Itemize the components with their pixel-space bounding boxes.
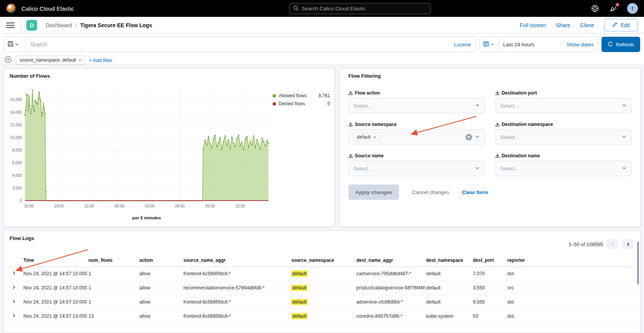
svg-text:0: 0 [20, 199, 22, 203]
svg-text:15:00: 15:00 [24, 204, 34, 208]
filter-pill-source-namespace[interactable]: source_namespace: default × [16, 56, 85, 65]
next-page-button[interactable] [622, 239, 634, 249]
query-language-button[interactable]: Lucene [454, 42, 471, 47]
menu-hamburger-icon[interactable] [6, 23, 15, 28]
legend-value: 0 [327, 101, 330, 106]
column-header-dest_namespace[interactable]: dest_namespace [425, 255, 471, 267]
table-row: Nov 24, 2021 @ 14:57:10.0001allowfronten… [9, 267, 635, 281]
cell-reporter: dst [506, 295, 635, 309]
filter-icon[interactable] [5, 56, 12, 65]
column-header-action[interactable]: action [138, 255, 182, 267]
saved-query-menu-button[interactable] [4, 37, 22, 52]
destination-namespace-select[interactable]: Select... [495, 129, 632, 145]
row-expand-button[interactable] [9, 295, 22, 309]
select-placeholder: Select... [500, 166, 619, 171]
row-expand-button[interactable] [9, 281, 22, 295]
calendar-menu-button[interactable] [479, 37, 499, 52]
user-avatar[interactable]: t [627, 3, 638, 14]
share-button[interactable]: Share [556, 22, 570, 28]
column-header-reporter[interactable]: reporter [506, 255, 635, 267]
cell-time: Nov 24, 2021 @ 14:57:10.000 [22, 295, 87, 309]
show-dates-button[interactable]: Show dates [566, 42, 593, 47]
add-filter-button[interactable]: + Add filter [89, 57, 113, 63]
cell-action: allow [138, 281, 182, 295]
clear-form-button[interactable]: Clear form [462, 189, 488, 195]
news-party-popper-icon[interactable] [609, 4, 618, 13]
remove-value-icon[interactable]: ✕ [373, 135, 376, 139]
select-placeholder: Select... [500, 134, 619, 140]
global-search-placeholder: Search Calico Cloud Elastic [302, 6, 366, 11]
query-search-input[interactable]: Search Lucene [25, 37, 476, 52]
legend-item[interactable]: Denied flows0 [273, 101, 330, 106]
flow-action-select[interactable]: Select... [348, 98, 485, 113]
time-range-value[interactable]: Last 24 hours [503, 42, 534, 47]
filter-field-label: Destination port [502, 90, 537, 96]
column-header-time[interactable]: Time [22, 255, 87, 267]
selected-value-pill[interactable]: default✕ [353, 133, 379, 141]
column-header-source_name_aggr[interactable]: source_name_aggr [182, 255, 290, 267]
cell-source_namespace: default [290, 309, 355, 323]
flow-chart: 02,0004,0006,0008,00010,00012,00014,0001… [10, 82, 274, 213]
legend-dot-icon [273, 102, 276, 106]
warning-icon: ⚠ [348, 153, 353, 158]
cell-dest_name_aggr: coredns-845757d86-* [355, 309, 425, 323]
column-header-dest_port[interactable]: dest_port [471, 255, 506, 267]
column-header-dest_name_aggr[interactable]: dest_name_aggr [355, 255, 425, 267]
warning-icon: ⚠ [495, 91, 500, 96]
edit-button[interactable]: Edit [604, 19, 638, 31]
number-of-flows-panel: Number of Flows 02,0004,0006,0008,00010,… [3, 68, 335, 227]
clear-selection-icon[interactable]: ✕ [466, 134, 472, 140]
cancel-changes-button[interactable]: Cancel changes [412, 189, 449, 195]
cell-dest_namespace: default [425, 267, 471, 281]
table-header-row: Timenum_flowsactionsource_name_aggrsourc… [9, 255, 635, 267]
full-screen-button[interactable]: Full screen [520, 22, 546, 28]
cell-dest_name_aggr: cartservice-795ddbd487-* [355, 267, 425, 281]
cell-action: allow [138, 295, 182, 309]
query-placeholder: Search [30, 41, 47, 47]
destination-port-select[interactable]: Select... [495, 98, 632, 113]
pagination: 1–50 of 108585 [569, 239, 634, 249]
filter-field-label: Source name [355, 153, 384, 158]
cell-dest_port: 9,555 [471, 295, 506, 309]
clone-button[interactable]: Clone [580, 22, 594, 28]
cell-source_name_aggr: frontend-6c5685fdc8-* [182, 309, 290, 323]
source-name-select[interactable]: Select... [348, 161, 485, 176]
flow-filtering-title: Flow Filtering [348, 73, 631, 79]
row-expand-button[interactable] [9, 267, 22, 281]
help-icon[interactable] [590, 4, 600, 13]
svg-text:18:00: 18:00 [54, 204, 64, 208]
source-namespace-select[interactable]: default✕✕ [348, 129, 485, 145]
previous-page-button[interactable] [607, 239, 618, 249]
warning-icon: ⚠ [348, 91, 353, 96]
chevron-down-icon [622, 134, 626, 140]
refresh-button[interactable]: Refresh [602, 37, 640, 52]
breadcrumb: Dashboard / Tigera Secure EE Flow Logs [46, 22, 152, 28]
legend-dot-icon [273, 94, 276, 98]
chevron-down-icon [622, 165, 626, 172]
cell-source_namespace: default [290, 267, 355, 281]
destination-name-select[interactable]: Select... [495, 161, 632, 176]
table-scrollbar[interactable] [637, 242, 639, 284]
filter-field-label: Destination namespace [502, 122, 553, 127]
legend-item[interactable]: Allowed flows8,761 [273, 93, 330, 98]
global-search-input[interactable]: Search Calico Cloud Elastic [289, 3, 431, 14]
cell-dest_name_aggr: adservice-cfcbfb88d-* [355, 295, 425, 309]
apply-changes-button[interactable]: Apply changes [348, 184, 399, 200]
chart-legend: Allowed flows8,761Denied flows0 [273, 93, 330, 106]
row-expand-button[interactable] [9, 309, 22, 323]
flow-logs-panel: Flow Logs 1–50 of 108585 Timenum_flowsac… [3, 230, 641, 333]
select-placeholder: Select... [500, 103, 619, 109]
svg-text:12:00: 12:00 [235, 204, 245, 208]
chart-panel-title: Number of Flows [10, 73, 50, 79]
breadcrumb-dashboard[interactable]: Dashboard [46, 22, 72, 28]
cell-action: allow [138, 267, 182, 281]
legend-value: 8,761 [319, 93, 330, 98]
pagination-count: 1–50 of 108585 [569, 242, 603, 247]
chevron-down-icon [15, 41, 19, 48]
flow-logs-title: Flow Logs [10, 235, 34, 241]
column-header-source_namespace[interactable]: source_namespace [290, 255, 355, 267]
cell-reporter: dst [506, 267, 635, 281]
column-header-num_flows[interactable]: num_flows [87, 255, 138, 267]
remove-filter-icon[interactable]: × [78, 58, 81, 62]
cell-dest_namespace: default [425, 281, 471, 295]
